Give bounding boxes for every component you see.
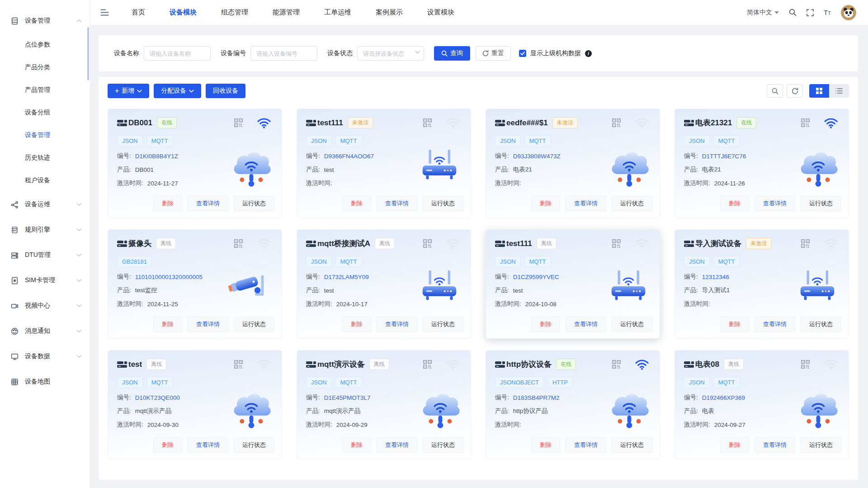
device-code[interactable]: D1TTTJ6E7C76 (702, 153, 746, 160)
device-card[interactable]: mqtt演示设备 离线 JSONMQTT 编号: D1E45PMOT3L7 产品… (297, 350, 471, 460)
nav-item[interactable]: 设置模块 (427, 8, 454, 17)
device-code[interactable]: D10KT23QE000 (135, 394, 180, 401)
device-card[interactable]: mqtt桥接测试A 离线 JSONMQTT 编号: D1732LAM5Y09 产… (297, 229, 471, 339)
qr-code-icon[interactable] (800, 118, 811, 128)
device-card[interactable]: 电表08 离线 JSONMQTT 编号: D192466XP369 产品: 电表… (675, 350, 849, 460)
delete-button[interactable]: 删除 (720, 196, 749, 211)
sidebar-subitem[interactable]: 租户设备 (0, 169, 90, 192)
add-device-button[interactable]: + 新增 (108, 84, 149, 98)
refresh-button[interactable] (787, 84, 803, 98)
sidebar-subitem[interactable]: 点位参数 (0, 33, 90, 56)
device-card[interactable]: 摄像头 离线 GB28181 编号: 11010100001320000005 … (108, 229, 282, 339)
view-detail-button[interactable]: 查看详情 (566, 437, 606, 453)
device-status-select[interactable] (357, 46, 424, 61)
avatar[interactable] (841, 5, 856, 20)
run-status-button[interactable]: 运行状态 (612, 437, 652, 453)
run-status-button[interactable]: 运行状态 (423, 196, 463, 211)
device-card[interactable]: http协议设备 在线 JSONOBJECTHTTP 编号: D183SB4PR… (486, 350, 660, 460)
delete-button[interactable]: 删除 (342, 437, 371, 453)
view-detail-button[interactable]: 查看详情 (377, 437, 417, 453)
view-detail-button[interactable]: 查看详情 (188, 196, 228, 211)
delete-button[interactable]: 删除 (153, 317, 182, 332)
qr-code-icon[interactable] (233, 118, 244, 128)
device-card[interactable]: test 离线 JSONMQTT 编号: D10KT23QE000 产品: mq… (108, 350, 282, 460)
device-card[interactable]: test111 未激活 JSONMQTT 编号: D9366FN4AOO67 产… (297, 109, 471, 218)
qr-code-icon[interactable] (422, 118, 433, 128)
view-detail-button[interactable]: 查看详情 (755, 317, 795, 332)
device-card[interactable]: 导入测试设备 未激活 JSONMQTT 编号: 12312346 产品: 导入测… (675, 229, 849, 339)
run-status-button[interactable]: 运行状态 (801, 437, 841, 453)
view-detail-button[interactable]: 查看详情 (755, 437, 795, 453)
view-detail-button[interactable]: 查看详情 (188, 317, 228, 332)
nav-item[interactable]: 首页 (132, 8, 145, 17)
list-view-button[interactable] (829, 84, 849, 98)
run-status-button[interactable]: 运行状态 (423, 317, 463, 332)
view-detail-button[interactable]: 查看详情 (566, 196, 606, 211)
device-card[interactable]: DB001 在线 JSONMQTT 编号: D1KI0B8B4Y1Z 产品: D… (108, 109, 282, 218)
nav-item[interactable]: 案例展示 (376, 8, 403, 17)
font-size-icon[interactable]: TT (824, 9, 831, 16)
run-status-button[interactable]: 运行状态 (423, 437, 463, 453)
sidebar-subitem[interactable]: 设备分组 (0, 101, 90, 124)
sidebar-subitem[interactable]: 设备管理 (0, 124, 90, 147)
run-status-button[interactable]: 运行状态 (612, 196, 652, 211)
sidebar-subitem[interactable]: 产品管理 (0, 79, 90, 101)
delete-button[interactable]: 删除 (531, 196, 560, 211)
delete-button[interactable]: 删除 (153, 437, 182, 453)
qr-code-icon[interactable] (233, 359, 244, 370)
view-detail-button[interactable]: 查看详情 (377, 317, 417, 332)
sidebar-subitem[interactable]: 产品分类 (0, 56, 90, 79)
sidebar-group-message[interactable]: 消息通知 (0, 318, 90, 344)
device-code[interactable]: D183SB4PR7M2 (513, 394, 560, 401)
delete-button[interactable]: 删除 (531, 317, 560, 332)
nav-item[interactable]: 设备模块 (170, 8, 197, 17)
device-card[interactable]: test111 离线 JSONMQTT 编号: D1CZ9599YVEC 产品:… (486, 229, 660, 339)
fullscreen-icon[interactable] (807, 9, 814, 16)
device-card[interactable]: 电表21321 在线 JSONMQTT 编号: D1TTTJ6E7C76 产品:… (675, 109, 849, 218)
collapse-menu-icon[interactable] (100, 9, 109, 16)
sidebar-group-data[interactable]: 设备数据 (0, 344, 90, 369)
device-code[interactable]: D93J3808W473Z (513, 153, 561, 160)
grid-view-button[interactable] (809, 84, 829, 98)
run-status-button[interactable]: 运行状态 (801, 196, 841, 211)
sidebar-group-ops[interactable]: 设备运维 (0, 192, 90, 217)
qr-code-icon[interactable] (611, 238, 622, 249)
view-detail-button[interactable]: 查看详情 (755, 196, 795, 211)
qr-code-icon[interactable] (422, 238, 433, 249)
device-card[interactable]: eedfe###$1 未激活 JSONMQTT 编号: D93J3808W473… (486, 109, 660, 218)
reset-button[interactable]: 重置 (476, 46, 511, 61)
sidebar-group-device[interactable]: 设备管理 (0, 8, 90, 33)
qr-code-icon[interactable] (611, 359, 622, 370)
show-parent-checkbox[interactable] (519, 50, 526, 57)
search-icon[interactable] (789, 9, 797, 16)
delete-button[interactable]: 删除 (720, 317, 749, 332)
search-toggle-button[interactable] (767, 84, 783, 98)
qr-code-icon[interactable] (800, 359, 811, 370)
nav-item[interactable]: 组态管理 (221, 8, 248, 17)
sidebar-group-dtu[interactable]: DTU管理 (0, 242, 90, 268)
assign-device-button[interactable]: 分配设备 (154, 84, 201, 98)
qr-code-icon[interactable] (422, 359, 433, 370)
run-status-button[interactable]: 运行状态 (234, 196, 274, 211)
nav-item[interactable]: 能源管理 (273, 8, 300, 17)
device-name-input[interactable] (144, 46, 211, 61)
run-status-button[interactable]: 运行状态 (801, 317, 841, 332)
device-code-input[interactable] (250, 46, 317, 61)
device-code[interactable]: D1KI0B8B4Y1Z (135, 153, 178, 160)
run-status-button[interactable]: 运行状态 (612, 317, 652, 332)
view-detail-button[interactable]: 查看详情 (377, 196, 417, 211)
qr-code-icon[interactable] (800, 238, 811, 249)
delete-button[interactable]: 删除 (342, 317, 371, 332)
device-code[interactable]: D1CZ9599YVEC (513, 274, 559, 280)
search-button[interactable]: 查询 (434, 46, 470, 61)
qr-code-icon[interactable] (233, 238, 244, 249)
device-code[interactable]: 11010100001320000005 (135, 274, 203, 280)
device-code[interactable]: 12312346 (702, 274, 729, 280)
device-code[interactable]: D192466XP369 (702, 394, 745, 401)
view-detail-button[interactable]: 查看详情 (566, 317, 606, 332)
device-code[interactable]: D1E45PMOT3L7 (324, 394, 371, 401)
sidebar-scrollbar-thumb[interactable] (87, 27, 89, 81)
sidebar-group-rule[interactable]: 规则引擎 (0, 217, 90, 242)
info-icon[interactable]: i (585, 50, 592, 57)
language-selector[interactable]: 简体中文 (747, 9, 779, 17)
